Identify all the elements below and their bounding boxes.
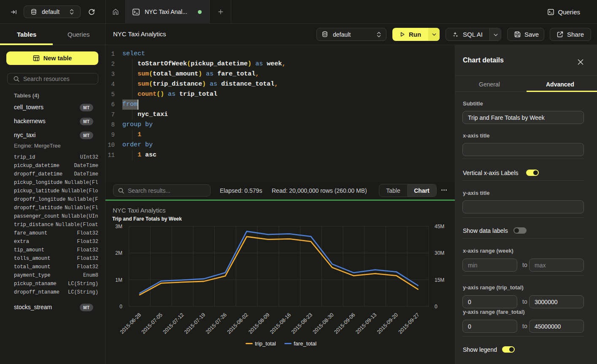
svg-text:trip_total: trip_total	[255, 340, 276, 347]
svg-text:fare_total: fare_total	[294, 340, 316, 347]
svg-text:15M: 15M	[435, 277, 444, 283]
svg-text:2015-07-26: 2015-07-26	[205, 312, 228, 335]
svg-text:2015-09-27: 2015-09-27	[397, 312, 421, 335]
svg-text:2015-07-12: 2015-07-12	[162, 312, 185, 335]
svg-text:2015-09-20: 2015-09-20	[376, 312, 399, 335]
svg-text:2015-08-30: 2015-08-30	[312, 312, 335, 335]
svg-text:2015-08-09: 2015-08-09	[247, 312, 270, 335]
svg-text:45M: 45M	[435, 224, 444, 229]
svg-text:Trip and Fare Totals by Week: Trip and Fare Totals by Week	[112, 216, 182, 222]
svg-text:1M: 1M	[115, 277, 122, 283]
svg-text:2015-07-19: 2015-07-19	[183, 312, 206, 335]
svg-text:2015-07-05: 2015-07-05	[140, 312, 164, 335]
svg-text:3M: 3M	[115, 224, 122, 229]
svg-text:0: 0	[119, 304, 122, 310]
svg-text:0: 0	[435, 304, 438, 310]
svg-text:2015-08-02: 2015-08-02	[226, 312, 249, 335]
svg-text:2015-08-16: 2015-08-16	[269, 312, 292, 335]
svg-text:2015-09-13: 2015-09-13	[354, 312, 378, 335]
svg-text:2015-08-23: 2015-08-23	[290, 312, 313, 335]
svg-text:2015-09-06: 2015-09-06	[333, 312, 356, 335]
svg-text:NYC Taxi Analytics: NYC Taxi Analytics	[113, 207, 166, 214]
svg-text:2M: 2M	[115, 250, 122, 256]
svg-text:2015-06-28: 2015-06-28	[119, 312, 142, 335]
svg-text:30M: 30M	[435, 250, 444, 256]
